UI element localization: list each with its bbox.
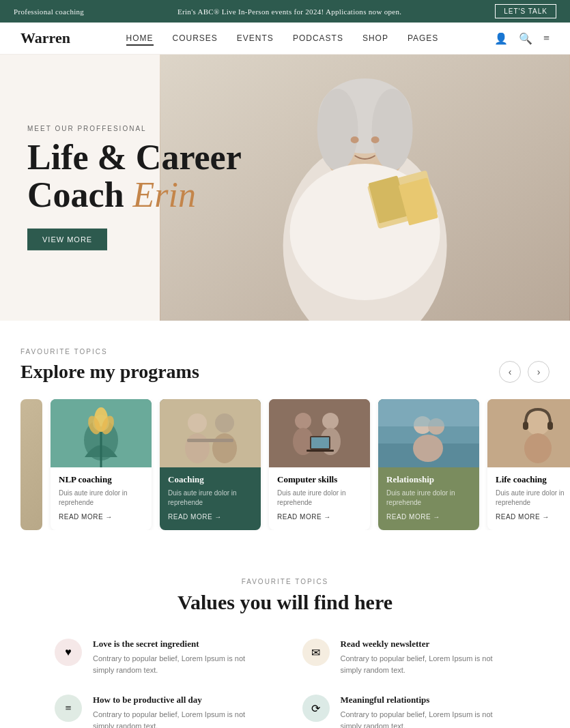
card-computer-skills: Computer skills Duis aute irure dolor in… xyxy=(269,399,370,530)
svg-point-10 xyxy=(350,136,358,143)
menu-icon[interactable]: ≡ xyxy=(543,32,550,44)
card-coaching-read-more[interactable]: READ MORE → xyxy=(168,513,253,521)
value-relationships-name: Meaningful relationtips xyxy=(341,695,516,705)
svg-point-11 xyxy=(371,136,379,143)
card-life-coaching: Life coaching Duis aute irure dolor in r… xyxy=(487,399,570,530)
svg-point-37 xyxy=(413,435,443,462)
card-computer-title: Computer skills xyxy=(277,474,362,485)
card-nlp-read-more[interactable]: READ MORE → xyxy=(59,513,143,521)
programs-title-row: Explore my programs ‹ › xyxy=(20,361,550,383)
value-newsletter-content: Read weekly newsletter Contrary to popul… xyxy=(341,639,516,675)
card-nlp-desc: Duis aute irure dolor in reprehende xyxy=(59,489,143,508)
refresh-icon: ⟳ xyxy=(311,702,320,715)
card-nlp-coaching: NLP coaching Duis aute irure dolor in re… xyxy=(51,399,152,530)
value-relationships-desc: Contrary to popular belief, Lorem Ipsum … xyxy=(341,709,516,728)
svg-point-21 xyxy=(185,433,210,463)
value-love: ♥ Love is the secret ingredient Contrary… xyxy=(55,639,268,675)
nav-links: HOME COURSES EVENTS PODCASTS SHOP PAGES xyxy=(126,33,439,44)
nav-courses[interactable]: COURSES xyxy=(173,33,218,43)
card-coaching-image xyxy=(160,399,261,467)
svg-rect-31 xyxy=(311,437,329,448)
hero-title-line2: Coach xyxy=(27,175,124,214)
svg-rect-42 xyxy=(547,422,553,430)
life-illustration xyxy=(487,399,570,467)
programs-section-title: Explore my programs xyxy=(20,361,199,383)
svg-rect-19 xyxy=(160,399,261,467)
card-life-desc: Duis aute irure dolor in reprehende xyxy=(496,489,570,508)
svg-point-20 xyxy=(188,413,207,433)
svg-rect-32 xyxy=(307,450,334,452)
carousel-next-button[interactable]: › xyxy=(528,361,550,383)
card-computer-desc: Duis aute irure dolor in reprehende xyxy=(277,489,362,508)
card-nlp-title: NLP coaching xyxy=(59,474,143,485)
card-computer-read-more[interactable]: READ MORE → xyxy=(277,513,362,521)
value-love-icon: ♥ xyxy=(55,639,82,666)
card-relationship-read-more[interactable]: READ MORE → xyxy=(386,513,471,521)
coaching-illustration xyxy=(160,399,261,467)
computer-illustration xyxy=(269,399,370,467)
carousel-prev-button[interactable]: ‹ xyxy=(499,361,521,383)
svg-point-40 xyxy=(526,411,550,435)
card-coaching-body: Coaching Duis aute irure dolor in repreh… xyxy=(160,467,261,530)
value-newsletter: ✉ Read weekly newsletter Contrary to pop… xyxy=(302,639,516,675)
card-nlp-body: NLP coaching Duis aute irure dolor in re… xyxy=(51,467,152,530)
value-newsletter-desc: Contrary to popular belief, Lorem Ipsum … xyxy=(341,653,516,675)
carousel-arrows: ‹ › xyxy=(499,361,550,383)
nav-pages[interactable]: PAGES xyxy=(408,33,438,43)
card-partial-left xyxy=(20,399,42,530)
nav-podcasts[interactable]: PODCASTS xyxy=(293,33,343,43)
svg-point-23 xyxy=(212,433,237,463)
nav-home[interactable]: HOME xyxy=(126,33,154,46)
card-relationship-image xyxy=(378,399,479,467)
card-life-body: Life coaching Duis aute irure dolor in r… xyxy=(487,467,570,530)
value-relationships: ⟳ Meaningful relationtips Contrary to po… xyxy=(302,695,516,728)
card-life-image xyxy=(487,399,570,467)
nav-events[interactable]: EVENTS xyxy=(237,33,274,43)
programs-cards-wrapper: NLP coaching Duis aute irure dolor in re… xyxy=(0,399,570,530)
hero-title-line1: Life & Career xyxy=(27,138,242,177)
value-newsletter-icon: ✉ xyxy=(302,639,330,666)
navbar: Warren HOME COURSES EVENTS PODCASTS SHOP… xyxy=(0,23,570,55)
value-productive-content: How to be productive all day Contrary to… xyxy=(93,695,268,728)
nlp-illustration xyxy=(51,399,152,467)
heart-icon: ♥ xyxy=(65,646,72,658)
value-productive-desc: Contrary to popular belief, Lorem Ipsum … xyxy=(93,709,268,728)
svg-point-4 xyxy=(317,89,358,171)
search-icon[interactable]: 🔍 xyxy=(519,32,532,45)
values-section-label: FAVOURITE TOPICS xyxy=(55,578,515,585)
svg-rect-25 xyxy=(269,399,370,467)
hero-view-more-button[interactable]: VIEW MORE xyxy=(27,229,107,250)
programs-section-label: FAVOURITE TOPICS xyxy=(20,348,550,355)
envelope-icon: ✉ xyxy=(311,646,320,659)
hero-title: Life & Career Coach Erin xyxy=(27,139,242,214)
svg-point-43 xyxy=(524,433,552,463)
value-productive-icon: ≡ xyxy=(55,695,82,722)
banner-left-text: Professional coaching xyxy=(14,8,84,16)
card-relationship-desc: Duis aute irure dolor in reprehende xyxy=(386,489,471,508)
banner-center-text: Erin's ABC® Live In-Person events for 20… xyxy=(177,8,401,16)
card-relationship-body: Relationship Duis aute irure dolor in re… xyxy=(378,467,479,530)
card-nlp-image xyxy=(51,399,152,467)
programs-section: FAVOURITE TOPICS Explore my programs ‹ › xyxy=(0,321,570,544)
card-life-read-more[interactable]: READ MORE → xyxy=(496,513,570,521)
value-relationships-content: Meaningful relationtips Contrary to popu… xyxy=(341,695,516,728)
svg-point-26 xyxy=(295,413,311,429)
value-productive: ≡ How to be productive all day Contrary … xyxy=(55,695,268,728)
lets-talk-button[interactable]: LET'S TALK xyxy=(495,4,556,18)
site-logo[interactable]: Warren xyxy=(20,29,70,47)
value-newsletter-name: Read weekly newsletter xyxy=(341,639,516,650)
value-productive-name: How to be productive all day xyxy=(93,695,268,705)
user-icon[interactable]: 👤 xyxy=(494,32,508,45)
nav-shop[interactable]: SHOP xyxy=(362,33,388,43)
values-grid: ♥ Love is the secret ingredient Contrary… xyxy=(55,639,515,728)
card-relationship: Relationship Duis aute irure dolor in re… xyxy=(378,399,479,530)
svg-rect-24 xyxy=(187,439,233,442)
hero-text: MEET OUR PROFFESIONAL Life & Career Coac… xyxy=(27,125,242,250)
svg-point-28 xyxy=(322,413,339,429)
value-love-desc: Contrary to popular belief, Lorem Ipsum … xyxy=(93,653,268,675)
top-banner: Professional coaching Erin's ABC® Live I… xyxy=(0,0,570,23)
value-love-content: Love is the secret ingredient Contrary t… xyxy=(93,639,268,675)
svg-point-5 xyxy=(371,89,412,171)
value-love-name: Love is the secret ingredient xyxy=(93,639,268,650)
svg-rect-41 xyxy=(523,422,528,430)
